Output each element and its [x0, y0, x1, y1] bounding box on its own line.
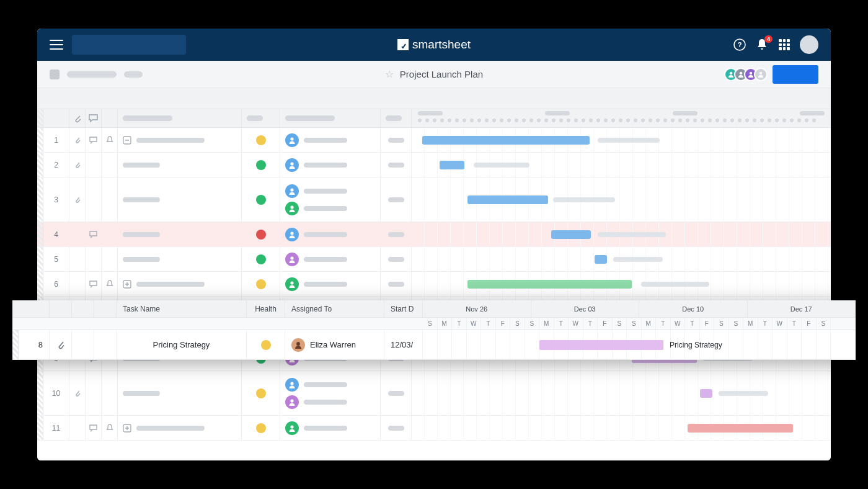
grid-row[interactable]: 6	[37, 272, 831, 297]
task-cell[interactable]	[118, 416, 242, 440]
assigned-cell[interactable]	[280, 416, 381, 440]
apps-icon[interactable]	[777, 38, 791, 52]
assigned-cell[interactable]	[280, 272, 381, 296]
row-attach-icon[interactable]	[69, 177, 86, 222]
health-cell[interactable]	[242, 371, 280, 415]
health-cell[interactable]	[242, 128, 280, 152]
row-comment-icon[interactable]	[86, 371, 102, 415]
row-reminder-icon[interactable]	[102, 247, 118, 271]
person-icon	[285, 133, 299, 147]
zoom-task-name[interactable]: Pricing Strategy	[117, 330, 247, 359]
date-cell[interactable]	[381, 177, 412, 222]
zoom-start-date[interactable]: 12/03/	[384, 330, 423, 359]
assigned-cell[interactable]	[280, 222, 381, 246]
date-cell[interactable]	[381, 247, 412, 271]
date-cell[interactable]	[381, 153, 412, 177]
help-icon[interactable]: ?	[733, 38, 746, 52]
back-button[interactable]	[50, 70, 60, 79]
task-cell[interactable]	[118, 128, 242, 152]
health-cell[interactable]	[242, 247, 280, 271]
row-attach-icon[interactable]	[69, 153, 86, 177]
task-cell[interactable]	[118, 222, 242, 246]
collaborators[interactable]	[728, 68, 768, 81]
task-column-header	[118, 109, 242, 127]
task-cell[interactable]	[118, 272, 242, 296]
gantt-cell[interactable]	[412, 272, 831, 296]
svg-point-9	[290, 137, 293, 140]
zoom-assigned-to[interactable]: Eliza Warren	[285, 330, 384, 359]
row-number: 11	[43, 416, 69, 440]
row-comment-icon[interactable]	[86, 177, 102, 222]
date-cell[interactable]	[381, 416, 412, 440]
row-reminder-icon[interactable]	[102, 153, 118, 177]
row-attach-icon[interactable]	[69, 247, 86, 271]
row-attach-icon[interactable]	[69, 272, 86, 296]
row-comment-icon[interactable]	[86, 272, 102, 296]
assigned-cell[interactable]	[280, 128, 381, 152]
zoom-attachment-icon[interactable]	[50, 330, 72, 359]
grid-row[interactable]: 3	[37, 177, 831, 222]
assigned-cell[interactable]	[280, 177, 381, 222]
notifications-icon[interactable]: 4	[755, 38, 769, 52]
assigned-cell[interactable]	[280, 371, 381, 415]
task-cell[interactable]	[118, 371, 242, 415]
row-reminder-icon[interactable]	[102, 177, 118, 222]
zoom-gantt[interactable]: Pricing Strategy	[423, 330, 856, 359]
row-attach-icon[interactable]	[69, 222, 86, 246]
row-reminder-icon[interactable]	[102, 272, 118, 296]
row-comment-icon[interactable]	[86, 416, 102, 440]
row-comment-icon[interactable]	[86, 153, 102, 177]
grid-row[interactable]: 11	[37, 416, 831, 441]
row-reminder-icon[interactable]	[102, 222, 118, 246]
sheet-title: Project Launch Plan	[400, 69, 483, 79]
gantt-cell[interactable]	[412, 222, 831, 246]
row-comment-icon[interactable]	[86, 128, 102, 152]
row-reminder-icon[interactable]	[102, 371, 118, 415]
grid-row[interactable]: 2	[37, 153, 831, 177]
user-avatar[interactable]	[800, 35, 818, 54]
menu-icon[interactable]	[50, 40, 63, 50]
row-attach-icon[interactable]	[69, 128, 86, 152]
expand-icon[interactable]	[123, 136, 131, 145]
date-cell[interactable]	[381, 128, 412, 152]
svg-point-13	[290, 231, 293, 235]
health-cell[interactable]	[242, 272, 280, 296]
row-attach-icon[interactable]	[69, 416, 86, 440]
gantt-cell[interactable]	[412, 371, 831, 415]
health-cell[interactable]	[242, 222, 280, 246]
search-input[interactable]	[72, 35, 186, 55]
task-cell[interactable]	[118, 177, 242, 222]
expand-icon[interactable]	[123, 280, 131, 289]
assignee-avatar-icon	[291, 338, 305, 352]
zoom-gantt-bar[interactable]	[539, 340, 663, 350]
expand-icon[interactable]	[123, 424, 131, 433]
health-cell[interactable]	[242, 177, 280, 222]
row-comment-icon[interactable]	[86, 222, 102, 246]
date-cell[interactable]	[381, 272, 412, 296]
grid-row[interactable]: 10	[37, 371, 831, 416]
row-attach-icon[interactable]	[69, 371, 86, 415]
gantt-cell[interactable]	[412, 153, 831, 177]
task-cell[interactable]	[118, 153, 242, 177]
date-cell[interactable]	[381, 222, 412, 246]
date-cell[interactable]	[381, 371, 412, 415]
row-reminder-icon[interactable]	[102, 128, 118, 152]
favorite-icon[interactable]: ☆	[385, 68, 394, 80]
svg-point-3	[730, 71, 732, 74]
row-comment-icon[interactable]	[86, 247, 102, 271]
gantt-cell[interactable]	[412, 247, 831, 271]
grid-row[interactable]: 5	[37, 247, 831, 272]
share-button[interactable]	[773, 65, 818, 84]
grid-row[interactable]: 4	[37, 222, 831, 247]
task-cell[interactable]	[118, 247, 242, 271]
health-cell[interactable]	[242, 153, 280, 177]
gantt-cell[interactable]	[412, 416, 831, 440]
health-cell[interactable]	[242, 416, 280, 440]
row-reminder-icon[interactable]	[102, 416, 118, 440]
gantt-cell[interactable]	[412, 177, 831, 222]
assigned-cell[interactable]	[280, 153, 381, 177]
assigned-cell[interactable]	[280, 247, 381, 271]
gantt-cell[interactable]	[412, 128, 831, 152]
week-header: Dec 10	[639, 300, 748, 317]
grid-row[interactable]: 1	[37, 128, 831, 153]
